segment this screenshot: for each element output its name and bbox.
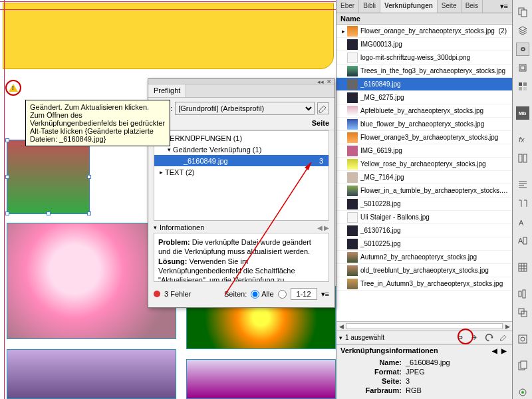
svg-rect-3 bbox=[521, 10, 527, 17]
profile-edit-icon[interactable] bbox=[317, 102, 329, 114]
thumbnail-icon bbox=[347, 252, 358, 263]
panel-menu-icon[interactable]: ▾≡ bbox=[496, 0, 512, 13]
link-row[interactable]: _MG_6275.jpg bbox=[336, 91, 512, 104]
links-hscroll[interactable]: ◀▶ bbox=[336, 321, 512, 331]
preflight-panel[interactable]: ◂◂ ✕ Preflight Profil: [Grundprofil] (Ar… bbox=[148, 78, 335, 308]
link-row[interactable]: IMG_6619.jpg bbox=[336, 144, 512, 158]
align-panel-icon[interactable] bbox=[516, 287, 529, 301]
link-row[interactable]: old_treeblunt_by_archaeopteryx_stocks.jp… bbox=[336, 264, 512, 277]
yellow-frame[interactable] bbox=[3, 3, 334, 69]
character-styles-panel-icon[interactable]: A bbox=[516, 234, 529, 247]
panel-menu-icon[interactable]: ▾≡ bbox=[321, 290, 329, 299]
next-icon[interactable]: ▶ bbox=[500, 347, 508, 354]
tree-node-changed[interactable]: ▾Geänderte Verknüpfung (1) bbox=[154, 144, 329, 155]
link-row[interactable]: ▸Flower_orange_by_archaeopteryx_stocks.j… bbox=[336, 25, 512, 38]
links-list[interactable]: ▸Flower_orange_by_archaeopteryx_stocks.j… bbox=[336, 25, 512, 321]
svg-point-26 bbox=[521, 391, 524, 394]
thumbnail-icon bbox=[347, 239, 358, 249]
pages-range-radio[interactable] bbox=[278, 290, 287, 299]
link-row[interactable]: Tree_in_Autumn3_by_archaeopteryx_stocks.… bbox=[336, 277, 512, 291]
link-row[interactable]: Flower_orange3_by_archaeopteryx_stocks.j… bbox=[336, 131, 512, 144]
link-filename: IMG_6619.jpg bbox=[360, 147, 509, 154]
link-row[interactable]: Yellow_rose_by_archaeopteryx_stocks.jpg bbox=[336, 158, 512, 171]
profile-select[interactable]: [Grundprofil] (Arbeitsprofil) bbox=[175, 102, 315, 115]
link-row[interactable]: _5010228.jpg bbox=[336, 198, 512, 211]
tab-pages[interactable]: Seite bbox=[438, 0, 462, 13]
tab-library[interactable]: Bibli bbox=[359, 0, 380, 13]
text-wrap-panel-icon[interactable] bbox=[516, 332, 529, 346]
character-panel-icon[interactable]: A bbox=[516, 215, 529, 229]
thumbnail-icon bbox=[347, 279, 358, 289]
svg-rect-17 bbox=[519, 291, 521, 297]
info-page: 3 bbox=[406, 377, 508, 385]
link-row[interactable]: _5010225.jpg bbox=[336, 237, 512, 251]
link-row[interactable]: IMG00013.jpg bbox=[336, 38, 512, 51]
link-row[interactable]: Apfelbluete_by_archaeopteryx_stocks.jpg bbox=[336, 104, 512, 118]
link-row[interactable]: logo-mit-schriftzug-weiss_300dpi.png bbox=[336, 51, 512, 65]
link-row[interactable]: Autumn2_by_archaeopteryx_stocks.jpg bbox=[336, 251, 512, 264]
link-row[interactable]: Flower_in_a_tumble_by_archaeopteryx_stoc… bbox=[336, 184, 512, 198]
image-frame[interactable] bbox=[7, 349, 176, 399]
preflight-panel-icon[interactable] bbox=[516, 386, 529, 399]
goto-link-icon[interactable] bbox=[468, 332, 480, 343]
tab-links[interactable]: Verknüpfungen bbox=[380, 0, 438, 13]
image-frame-selected[interactable] bbox=[7, 140, 90, 214]
links-panel[interactable]: Eber Bibli Verknüpfungen Seite Beis ▾≡ N… bbox=[336, 0, 512, 399]
relink-icon[interactable] bbox=[454, 332, 466, 343]
object-styles-panel-icon[interactable] bbox=[516, 152, 529, 165]
thumbnail-icon bbox=[347, 212, 358, 223]
svg-rect-6 bbox=[519, 82, 522, 86]
table-panel-icon[interactable] bbox=[516, 261, 529, 274]
preflight-error-tree[interactable]: ▾VERKNÜPFUNGEN (1) ▾Geänderte Verknüpfun… bbox=[154, 130, 329, 221]
effects-panel-icon[interactable]: fx bbox=[516, 133, 529, 146]
tab-preflight[interactable]: Preflight bbox=[148, 84, 186, 97]
preflight-tabs: Preflight bbox=[148, 84, 334, 98]
pages-panel-icon[interactable] bbox=[516, 5, 529, 19]
tab-sample[interactable]: Beis bbox=[462, 0, 483, 13]
prev-icon[interactable]: ◀ bbox=[491, 347, 499, 354]
svg-rect-21 bbox=[519, 335, 527, 343]
library-panel-icon[interactable] bbox=[516, 359, 529, 372]
swatches-panel-icon[interactable] bbox=[516, 80, 529, 93]
link-modified-warning-icon[interactable] bbox=[5, 80, 21, 96]
info-next-icon[interactable]: ▶ bbox=[324, 224, 329, 231]
link-row[interactable]: Uli Staiger - Ballons.jpg bbox=[336, 211, 512, 224]
pages-all-radio[interactable]: Alle bbox=[251, 290, 273, 299]
paragraph-panel-icon[interactable] bbox=[516, 178, 529, 192]
link-row[interactable]: _6130716.jpg bbox=[336, 224, 512, 237]
link-filename: old_treeblunt_by_archaeopteryx_stocks.jp… bbox=[360, 267, 509, 274]
link-row[interactable]: Trees_in_the_fog3_by_archaeopteryx_stock… bbox=[336, 65, 512, 78]
thumbnail-icon bbox=[347, 265, 358, 276]
tree-node-text[interactable]: ▸TEXT (2) bbox=[154, 166, 329, 178]
pathfinder-panel-icon[interactable] bbox=[516, 306, 529, 319]
link-row[interactable]: blue_flower_by_archaeopteryx_stocks.jpg bbox=[336, 118, 512, 131]
tree-node-file[interactable]: _6160849.jpg3 bbox=[154, 155, 329, 166]
svg-rect-11 bbox=[519, 154, 522, 162]
stroke-panel-icon[interactable] bbox=[516, 61, 529, 74]
link-filename: IMG00013.jpg bbox=[360, 41, 509, 48]
tree-node-links[interactable]: ▾VERKNÜPFUNGEN (1) bbox=[154, 132, 329, 144]
info-prev-icon[interactable]: ◀ bbox=[317, 224, 323, 231]
layers-panel-icon[interactable] bbox=[516, 24, 529, 37]
edit-original-icon[interactable] bbox=[497, 332, 509, 343]
link-filename: Flower_orange_by_archaeopteryx_stocks.jp… bbox=[360, 27, 499, 35]
panel-tabs: Eber Bibli Verknüpfungen Seite Beis ▾≡ bbox=[336, 0, 512, 13]
thumbnail-icon bbox=[347, 172, 358, 183]
panel-close-icon[interactable]: ✕ bbox=[327, 78, 332, 85]
image-frame[interactable] bbox=[186, 359, 336, 399]
tab-layers[interactable]: Eber bbox=[336, 0, 359, 13]
right-tool-strip: Mb fx A A bbox=[512, 0, 532, 399]
thumbnail-icon bbox=[347, 159, 358, 170]
link-row[interactable]: _MG_7164.jpg bbox=[336, 171, 512, 184]
link-row[interactable]: _6160849.jpg bbox=[336, 78, 512, 91]
info-name: _6160849.jpg bbox=[406, 358, 508, 366]
update-link-icon[interactable] bbox=[483, 332, 495, 343]
paragraph-styles-panel-icon[interactable] bbox=[516, 197, 529, 210]
panel-collapse-icon[interactable]: ◂◂ bbox=[317, 78, 324, 85]
info-header: Informationen bbox=[160, 223, 204, 231]
mini-bridge-icon[interactable]: Mb bbox=[516, 106, 529, 120]
panel-grip[interactable]: ◂◂ ✕ bbox=[148, 79, 334, 84]
thumbnail-icon bbox=[347, 132, 358, 143]
pages-range-field[interactable] bbox=[291, 288, 317, 300]
links-panel-icon[interactable] bbox=[516, 43, 529, 56]
